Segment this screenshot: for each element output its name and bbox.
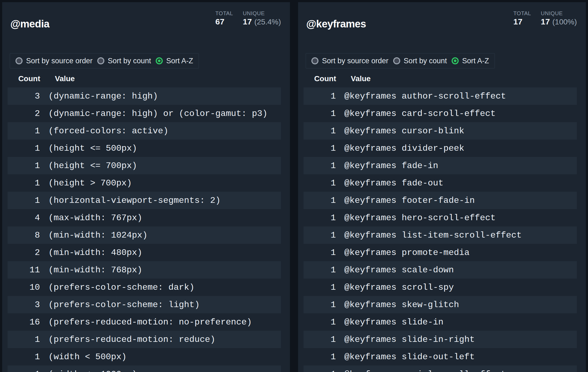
table-row: 1(height > 700px) (8, 174, 281, 192)
row-value: @keyframes promote-media (336, 244, 577, 261)
table-row: 1@keyframes cursor-blink (304, 122, 577, 140)
radio-icon (311, 57, 318, 64)
row-value: @keyframes fade-out (336, 174, 577, 192)
sort-option-source-order[interactable]: Sort by source order (15, 57, 93, 65)
row-value: @keyframes fade-in (336, 157, 577, 174)
table-row: 1@keyframes fade-in (304, 157, 577, 174)
row-count: 8 (8, 226, 40, 244)
row-value: @keyframes author-scroll-effect (336, 87, 577, 105)
row-value: (min-width: 480px) (40, 244, 281, 261)
stat-unique: UNIQUE 17 (25.4%) (243, 10, 281, 27)
panel-keyframes-header: @keyframes TOTAL 17 UNIQUE 17 (100%) (306, 9, 577, 38)
stat-total-label: TOTAL (215, 10, 233, 17)
table-row: 1@keyframes promote-media (304, 244, 577, 261)
row-count: 16 (8, 313, 40, 331)
row-value: @keyframes divider-peek (336, 140, 577, 157)
sort-option-label: Sort by count (108, 57, 151, 65)
sort-option-label: Sort A-Z (166, 57, 193, 65)
row-count: 3 (8, 296, 40, 313)
table-row: 1(horizontal-viewport-segments: 2) (8, 192, 281, 209)
panel-media: @media TOTAL 67 UNIQUE 17 (25.4%) Sort b… (2, 2, 290, 372)
row-value: @keyframes footer-fade-in (336, 192, 577, 209)
row-value: @keyframes slide-out-left (336, 348, 577, 365)
row-value: (forced-colors: active) (40, 122, 281, 140)
table-row: 2(min-width: 480px) (8, 244, 281, 261)
row-value: (width <= 1000px) (40, 365, 281, 372)
count-column-header: Count (304, 73, 336, 87)
panel-media-header: @media TOTAL 67 UNIQUE 17 (25.4%) (10, 9, 281, 38)
table-row: 1@keyframes footer-fade-in (304, 192, 577, 209)
stat-total: TOTAL 17 (513, 10, 531, 27)
page-title: @keyframes (306, 18, 366, 30)
row-count: 1 (304, 313, 336, 331)
stat-unique-percent: (25.4%) (254, 17, 281, 27)
table-row: 16(prefers-reduced-motion: no-preference… (8, 313, 281, 331)
row-count: 1 (304, 244, 336, 261)
sort-option-label: Sort by count (404, 57, 447, 65)
row-value: (max-width: 767px) (40, 209, 281, 226)
row-count: 2 (8, 105, 40, 122)
sort-option-source-order[interactable]: Sort by source order (311, 57, 389, 65)
row-value: (prefers-reduced-motion: reduce) (40, 331, 281, 348)
sort-option-count[interactable]: Sort by count (393, 57, 447, 65)
table-row: 1@keyframes skew-glitch (304, 296, 577, 313)
table-row: 1(height <= 700px) (8, 157, 281, 174)
media-table: Count Value 3(dynamic-range: high)2(dyna… (8, 73, 281, 372)
row-value: (height <= 700px) (40, 157, 281, 174)
page-title: @media (10, 18, 49, 30)
radio-icon (156, 57, 163, 64)
table-row: 8(min-width: 1024px) (8, 226, 281, 244)
sort-option-label: Sort A-Z (462, 57, 489, 65)
row-count: 1 (304, 122, 336, 140)
table-row: 1(forced-colors: active) (8, 122, 281, 140)
row-count: 1 (304, 261, 336, 279)
row-value: @keyframes scale-down (336, 261, 577, 279)
radio-icon (97, 57, 104, 64)
row-value: @keyframes scroll-spy (336, 279, 577, 296)
table-row: 1(width < 500px) (8, 348, 281, 365)
row-count: 1 (8, 157, 40, 174)
table-row: 1(width <= 1000px) (8, 365, 281, 372)
row-count: 4 (8, 209, 40, 226)
table-row: 1@keyframes slide-out-left (304, 348, 577, 365)
row-count: 1 (304, 105, 336, 122)
row-value: (horizontal-viewport-segments: 2) (40, 192, 281, 209)
sort-option-count[interactable]: Sort by count (97, 57, 151, 65)
sort-option-az[interactable]: Sort A-Z (156, 57, 193, 65)
row-value: @keyframes cursor-blink (336, 122, 577, 140)
row-count: 1 (304, 365, 336, 372)
row-count: 11 (8, 261, 40, 279)
row-value: @keyframes hero-scroll-effect (336, 209, 577, 226)
row-value: @keyframes social-scroll-effect (336, 365, 577, 372)
row-count: 1 (304, 226, 336, 244)
row-value: (width < 500px) (40, 348, 281, 365)
row-count: 1 (304, 87, 336, 105)
row-count: 10 (8, 279, 40, 296)
table-row: 1@keyframes slide-in-right (304, 331, 577, 348)
row-count: 3 (8, 87, 40, 105)
row-value: (min-width: 1024px) (40, 226, 281, 244)
row-count: 1 (304, 192, 336, 209)
row-count: 1 (8, 140, 40, 157)
table-row: 1@keyframes scroll-spy (304, 279, 577, 296)
table-row: 1@keyframes card-scroll-effect (304, 105, 577, 122)
row-value: (dynamic-range: high) (40, 87, 281, 105)
stat-total: TOTAL 67 (215, 10, 233, 27)
row-value: @keyframes skew-glitch (336, 296, 577, 313)
sort-option-label: Sort by source order (26, 57, 93, 65)
stat-unique-percent: (100%) (552, 17, 577, 27)
panel-keyframes: @keyframes TOTAL 17 UNIQUE 17 (100%) Sor… (298, 2, 586, 372)
table-row: 1@keyframes fade-out (304, 174, 577, 192)
sort-option-az[interactable]: Sort A-Z (452, 57, 489, 65)
row-value: @keyframes slide-in-right (336, 331, 577, 348)
stats-block: TOTAL 67 UNIQUE 17 (25.4%) (215, 10, 281, 27)
row-count: 1 (304, 209, 336, 226)
row-count: 1 (304, 348, 336, 365)
count-column-header: Count (8, 73, 40, 87)
table-row: 1@keyframes scale-down (304, 261, 577, 279)
row-count: 1 (8, 174, 40, 192)
row-count: 1 (304, 279, 336, 296)
row-value: (prefers-color-scheme: dark) (40, 279, 281, 296)
table-row: 10(prefers-color-scheme: dark) (8, 279, 281, 296)
stat-total-value: 17 (513, 17, 522, 27)
